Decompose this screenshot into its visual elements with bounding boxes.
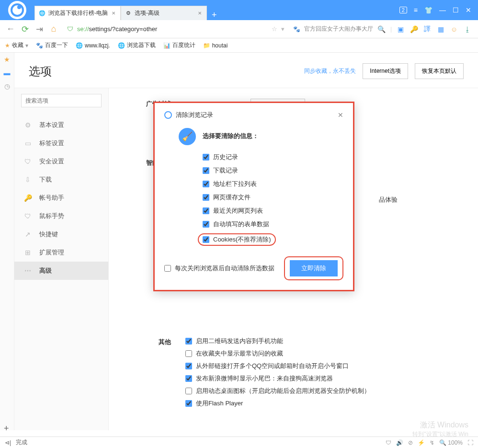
history-icon[interactable]: ◷ <box>4 82 10 90</box>
url-input-wrap[interactable]: 🛡 se://settings/?category=other ☆ ▾ <box>63 25 288 33</box>
tab-0[interactable]: 🌐 浏览器下载排行榜-电脑 ✕ <box>34 6 121 20</box>
star-icon[interactable]: ☆ <box>272 25 277 33</box>
section-label: 其他 <box>123 337 185 408</box>
maximize-button[interactable]: ☐ <box>453 6 459 14</box>
other-checkbox-3[interactable]: 发布新浪微博时显示小尾巴：来自搜狗高速浏览器 <box>185 374 464 383</box>
dots-icon: ⋯ <box>24 267 32 275</box>
zoom-label[interactable]: 🔍 100% <box>439 439 463 446</box>
stats-icon: 📊 <box>163 42 171 49</box>
bookmark-item[interactable]: 📊百度统计 <box>163 41 195 49</box>
settings-header: 选项 同步收藏，永不丢失 Internet选项 恢复本页默认 <box>14 53 478 88</box>
clear-history-dialog: 清除浏览记录 ✕ 🧹 选择要清除的信息： 历史记录 下载记录 地址栏下拉列表 网… <box>153 102 354 291</box>
left-strip: ★ ▬ ◷ <box>0 53 14 430</box>
bookmark-item[interactable]: 🐾百度一下 <box>36 41 68 49</box>
bookmark-item[interactable]: 🌐浏览器下载 <box>118 41 156 49</box>
tab-title: 浏览器下载排行榜-电脑 <box>48 9 108 17</box>
sidebar-item-download[interactable]: ⇩下载 <box>14 171 108 189</box>
sync-link[interactable]: 同步收藏，永不丢失 <box>304 67 356 75</box>
new-tab-button[interactable]: + <box>212 10 217 20</box>
translate-icon[interactable]: 譯 <box>422 24 432 34</box>
broom-icon: 🧹 <box>179 128 196 145</box>
mode-icon[interactable]: ↯ <box>430 439 434 446</box>
clear-now-button[interactable]: 立即清除 <box>290 260 338 276</box>
star-icon: ★ <box>5 42 10 49</box>
bookmarks-bar: ★收藏▾ 🐾百度一下 🌐www.llqzj. 🌐浏览器下载 📊百度统计 📁hou… <box>0 38 478 53</box>
sound-icon[interactable]: 🔊 <box>396 439 403 446</box>
other-checkbox-1[interactable]: 在收藏夹中显示最常访问的收藏 <box>185 349 464 358</box>
sidebar-item-tabs[interactable]: ▭标签设置 <box>14 134 108 152</box>
obscured-text: 品体验 <box>379 195 398 204</box>
minimize-button[interactable]: — <box>439 6 446 14</box>
auto-clear-checkbox[interactable]: 每次关闭浏览器后自动清除所选数据 <box>164 264 274 273</box>
news-ticker[interactable]: 官方回应女子大闹办事大厅 <box>304 25 373 33</box>
sidebar-item-security[interactable]: 🛡安全设置 <box>14 152 108 171</box>
block-icon[interactable]: ⊘ <box>408 439 413 446</box>
key-icon[interactable]: 🔑 <box>409 24 419 34</box>
globe-icon: 🌐 <box>39 10 46 17</box>
tab-1[interactable]: ⚙ 选项-高级 ✕ <box>121 6 207 20</box>
bookmark-item[interactable]: 🌐www.llqzj. <box>76 42 110 49</box>
other-checkbox-4[interactable]: 启用动态桌面图标（开启此功能后会启用浏览器安全防护机制） <box>185 387 464 395</box>
bookmarks-label[interactable]: ★收藏▾ <box>5 41 28 49</box>
folder-icon: 📁 <box>203 42 210 49</box>
sidebar-item-account[interactable]: 🔑帐号助手 <box>14 189 108 207</box>
browser-logo[interactable] <box>0 1 34 19</box>
paw-icon: 🐾 <box>293 26 300 33</box>
globe-icon: 🌐 <box>76 42 83 49</box>
clear-check-downloads[interactable]: 下载记录 <box>203 166 343 175</box>
key-icon: 🔑 <box>24 194 32 202</box>
status-bar: ⊲| 完成 🛡 🔊 ⊘ ⚡ ↯ 🔍 100% ⛶ <box>0 437 478 448</box>
clear-check-history[interactable]: 历史记录 <box>203 153 343 161</box>
sidebar-item-advanced[interactable]: ⋯高级 <box>14 262 108 280</box>
reader-icon[interactable]: ▦ <box>436 24 445 34</box>
bookmark-item[interactable]: 📁houtai <box>203 42 228 49</box>
download-icon[interactable]: ⭳ <box>463 24 472 34</box>
window-title-bar: 🌐 浏览器下载排行榜-电脑 ✕ ⚙ 选项-高级 ✕ + 2 ≡ 👕 — ☐ ✕ <box>0 0 478 20</box>
star-icon[interactable]: ★ <box>4 56 10 63</box>
back-button[interactable]: ← <box>6 24 15 34</box>
collapse-icon[interactable]: ⊲| <box>5 439 11 446</box>
tab-icon: ▭ <box>24 139 32 147</box>
clear-check-closed[interactable]: 最近关闭网页列表 <box>203 207 343 215</box>
globe-icon: 🌐 <box>118 42 125 49</box>
add-panel-button[interactable]: + <box>4 424 9 434</box>
clear-check-formdata[interactable]: 自动填写的表单数据 <box>203 220 343 229</box>
sidebar-item-shortcuts[interactable]: ↗快捷键 <box>14 225 108 243</box>
account-icon[interactable]: ▣ <box>396 24 405 34</box>
shield-icon[interactable]: 🛡 <box>386 439 391 446</box>
other-checkbox-2[interactable]: 从外部链接打开多个QQ空间或邮箱时自动开启小号窗口 <box>185 362 464 370</box>
url-input[interactable] <box>161 25 268 33</box>
clear-check-cookies[interactable]: Cookies(不推荐清除) <box>203 235 271 244</box>
tabs-area: 🌐 浏览器下载排行榜-电脑 ✕ ⚙ 选项-高级 ✕ + <box>34 0 393 20</box>
clear-check-addressbar[interactable]: 地址栏下拉列表 <box>203 180 343 188</box>
close-icon[interactable]: ✕ <box>112 11 115 16</box>
close-icon[interactable]: ✕ <box>338 111 343 119</box>
content-area: ★ ▬ ◷ 选项 同步收藏，永不丢失 Internet选项 恢复本页默认 ⚙基本… <box>0 53 478 430</box>
panel-icon[interactable]: ▬ <box>4 69 11 77</box>
close-icon[interactable]: ✕ <box>198 11 202 16</box>
fastforward-button[interactable]: ⇥ <box>34 24 44 34</box>
fullscreen-icon[interactable]: ⛶ <box>467 439 473 446</box>
smile-icon[interactable]: ☺ <box>449 24 459 34</box>
search-input[interactable] <box>21 94 102 107</box>
tab-title: 选项-高级 <box>135 9 159 17</box>
sidebar-item-extensions[interactable]: ⊞扩展管理 <box>14 243 108 262</box>
close-window-button[interactable]: ✕ <box>466 6 471 14</box>
home-button[interactable]: ⌂ <box>49 24 58 34</box>
paw-icon: 🐾 <box>36 42 43 49</box>
clear-check-cache[interactable]: 网页缓存文件 <box>203 193 343 202</box>
sidebar-item-basic[interactable]: ⚙基本设置 <box>14 116 108 134</box>
menu-icon[interactable]: ≡ <box>414 6 418 14</box>
skin-icon[interactable]: 👕 <box>424 6 432 14</box>
other-checkbox-5[interactable]: 使用Flash Player <box>185 399 464 408</box>
chevron-down-icon[interactable]: ▾ <box>281 25 285 33</box>
other-checkbox-0[interactable]: 启用二维码发送内容到手机功能 <box>185 337 464 345</box>
reload-button[interactable]: ⟳ <box>20 24 30 34</box>
bolt-icon[interactable]: ⚡ <box>418 439 425 446</box>
download-count-badge[interactable]: 2 <box>399 7 407 13</box>
dialog-subtitle: 选择要清除的信息： <box>203 128 259 140</box>
internet-options-button[interactable]: Internet选项 <box>363 63 408 79</box>
restore-defaults-button[interactable]: 恢复本页默认 <box>415 63 464 79</box>
search-icon[interactable]: 🔍 <box>377 24 387 34</box>
sidebar-item-gestures[interactable]: 🛡鼠标手势 <box>14 207 108 225</box>
